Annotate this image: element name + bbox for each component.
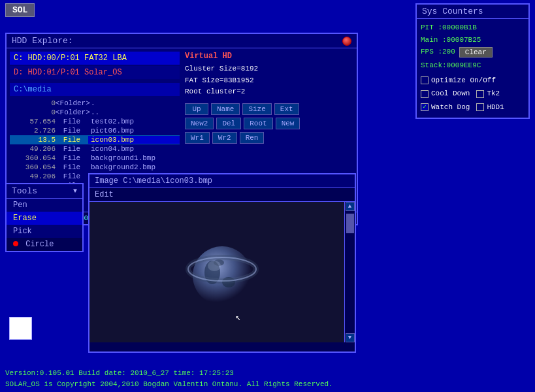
sys-counters-panel: Sys Counters PIT :00000B1B Main :00007B2…: [415, 3, 530, 119]
hdd1-label: HDD1: [487, 101, 504, 114]
ren-button[interactable]: Ren: [240, 132, 265, 144]
cooldown-row: Cool Down: [421, 88, 470, 100]
file-row[interactable]: 49.206 File icon04.bmp: [10, 144, 180, 154]
circle-dot-icon: [13, 241, 18, 246]
circle-label: Circle: [25, 240, 54, 249]
wr2-button[interactable]: Wr2: [212, 132, 237, 144]
vhd-info: Cluster Size=8192 FAT Size=83B1952 Root …: [185, 63, 353, 98]
root-cluster: Root cluster=2: [185, 86, 353, 98]
btn-row-2: New2 Del Root New: [185, 118, 353, 129]
name-button[interactable]: Name: [211, 103, 240, 115]
del-button[interactable]: Del: [216, 118, 241, 129]
tools-titlebar: Tools ▼: [7, 184, 82, 199]
color-swatch[interactable]: [9, 317, 32, 340]
tool-pick[interactable]: Pick: [7, 225, 82, 238]
root-button[interactable]: Root: [244, 118, 272, 129]
hdd1-checkbox[interactable]: [476, 103, 484, 111]
image-title: Image C:\media\icon03.bmp: [95, 176, 212, 186]
cursor-icon: ↖: [235, 312, 240, 323]
hdd-title: HDD Explore:: [12, 36, 73, 46]
up-button[interactable]: Up: [185, 103, 208, 115]
image-body[interactable]: ↖ ▲ ▼: [89, 202, 355, 342]
optimize-checkbox[interactable]: [421, 76, 429, 84]
file-row-selected[interactable]: 13.5 File icon03.bmp: [10, 135, 180, 144]
hdd-close-btn[interactable]: [342, 37, 351, 46]
file-row[interactable]: 2.726 File pict06.bmp: [10, 126, 180, 135]
watchdog-row: ✓ Watch Dog: [421, 101, 470, 114]
hdd-titlebar: HDD Explore:: [7, 34, 357, 48]
sys-main: Main :00007B25: [421, 34, 525, 46]
tk2-checkbox[interactable]: [476, 90, 484, 98]
version-line1: Version:0.105.01 Build date: 2010_6_27 t…: [5, 368, 530, 379]
fps-label: FPS :200: [421, 46, 455, 58]
erase-label: Erase: [13, 214, 37, 223]
scroll-down-arrow[interactable]: ▼: [346, 333, 355, 342]
tools-title: Tools: [12, 186, 37, 196]
ext-button[interactable]: Ext: [274, 103, 299, 115]
image-edit-bar: Edit: [89, 188, 355, 202]
wr1-button[interactable]: Wr1: [185, 132, 210, 144]
version-line2: SOLAR_OS is Copyright 2004,2010 Bogdan V…: [5, 379, 530, 390]
tool-circle[interactable]: Circle: [7, 238, 82, 251]
sys-stack: Stack:0009EE9C: [421, 59, 525, 72]
sol-tab[interactable]: SOL: [5, 3, 35, 17]
tools-panel: Tools ▼ Pen Erase Pick Circle: [5, 183, 84, 252]
cluster-size: Cluster Size=8192: [185, 63, 353, 75]
scroll-up-arrow[interactable]: ▲: [346, 202, 355, 211]
file-row[interactable]: 360.054 File background1.bmp: [10, 154, 180, 163]
sys-pit: PIT :00000B1B: [421, 22, 525, 34]
sys-counters-body: PIT :00000B1B Main :00007B25 FPS :200 Cl…: [417, 19, 528, 118]
edit-label[interactable]: Edit: [95, 190, 114, 199]
image-titlebar: Image C:\media\icon03.bmp: [89, 174, 355, 188]
file-row[interactable]: 0 <Folder> ..: [10, 108, 180, 117]
watchdog-label: Watch Dog: [431, 101, 470, 114]
new2-button[interactable]: New2: [185, 118, 214, 129]
globe-image: [183, 233, 261, 312]
current-path: C:\media: [10, 83, 180, 96]
tk2-row: Tk2: [476, 88, 500, 100]
scroll-thumb[interactable]: [346, 214, 354, 233]
svg-point-7: [208, 261, 221, 271]
watchdog-checkbox[interactable]: ✓: [421, 103, 429, 111]
tool-erase[interactable]: Erase: [7, 212, 82, 225]
cooldown-label: Cool Down: [431, 88, 470, 100]
image-panel: Image C:\media\icon03.bmp Edit: [88, 173, 356, 353]
size-button[interactable]: Size: [242, 103, 271, 115]
hdd1-row: HDD1: [476, 101, 504, 114]
tools-dropdown-arrow[interactable]: ▼: [73, 188, 77, 195]
sys-counters-titlebar: Sys Counters: [417, 5, 528, 19]
file-row[interactable]: 57.654 File test02.bmp: [10, 117, 180, 126]
btn-row-3: Wr1 Wr2 Ren: [185, 132, 353, 144]
virtual-hd-title: Virtual HD: [185, 52, 353, 61]
fps-row: FPS :200 Clear: [421, 46, 525, 58]
fat-size: FAT Size=83B1952: [185, 75, 353, 87]
pen-label: Pen: [13, 201, 27, 210]
sol-tab-label: SOL: [12, 5, 27, 15]
drive-d[interactable]: D: HDD:01/P:01 Solar_OS: [10, 66, 180, 79]
optimize-label: Optimize On/Off: [431, 74, 496, 87]
drive-c[interactable]: C: HDD:00/P:01 FAT32 LBA: [10, 52, 180, 65]
tk2-label: Tk2: [487, 88, 500, 100]
sys-counters-title: Sys Counters: [422, 7, 483, 16]
optimize-row: Optimize On/Off: [421, 74, 525, 87]
tool-pen[interactable]: Pen: [7, 199, 82, 212]
clear-button[interactable]: Clear: [459, 47, 493, 57]
scrollbar-vertical[interactable]: ▲ ▼: [344, 202, 355, 342]
cooldown-checkbox[interactable]: [421, 90, 429, 98]
new-button[interactable]: New: [276, 118, 300, 129]
btn-row-1: Up Name Size Ext: [185, 103, 353, 115]
file-row[interactable]: 360.054 File background2.bmp: [10, 163, 180, 172]
pick-label: Pick: [13, 227, 32, 236]
file-row[interactable]: 0 <Folder> .: [10, 99, 180, 108]
version-footer: Version:0.105.01 Build date: 2010_6_27 t…: [0, 365, 535, 392]
